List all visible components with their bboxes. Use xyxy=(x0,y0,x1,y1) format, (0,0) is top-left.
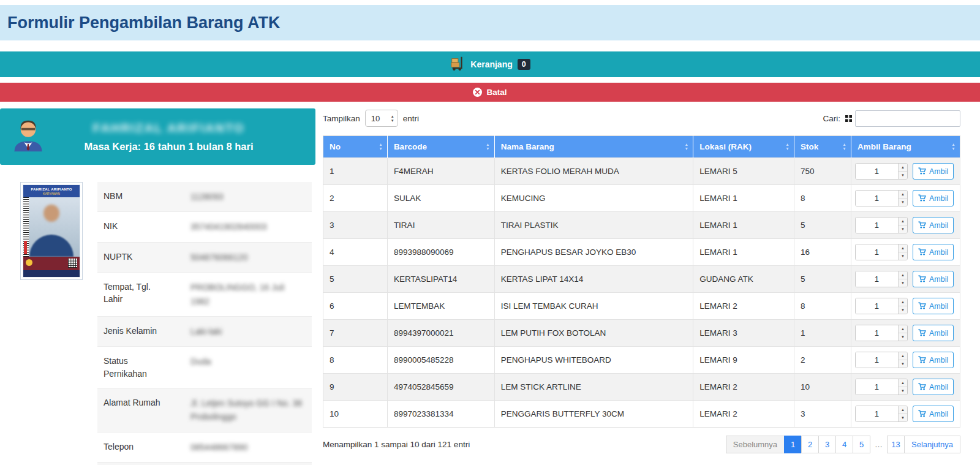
stepper-arrows[interactable]: ▲▼ xyxy=(898,379,907,395)
quantity-input[interactable] xyxy=(856,191,898,206)
cart-icon xyxy=(918,167,926,175)
sort-arrows-icon: ▲▼ xyxy=(786,143,790,151)
table-row: 3 TIRAI TIRAI PLASTIK LEMARI 1 5 ▲▼ xyxy=(323,212,960,239)
field-value: Jl. Letjen Sutoyo GG I No. 38 Probolingg… xyxy=(170,396,306,424)
ambil-button[interactable]: Ambil xyxy=(913,244,954,260)
column-header-stok[interactable]: Stok ▲▼ xyxy=(794,136,851,158)
stepper-arrows[interactable]: ▲▼ xyxy=(898,406,907,422)
quantity-stepper[interactable]: ▲▼ xyxy=(855,271,908,287)
cell-stok: 1 xyxy=(794,320,851,347)
stepper-arrows[interactable]: ▲▼ xyxy=(898,191,907,206)
ambil-button[interactable]: Ambil xyxy=(913,217,954,233)
quantity-input[interactable] xyxy=(856,217,898,233)
pagination-page[interactable]: … xyxy=(870,436,888,453)
cell-barcode: KERTASLIPAT14 xyxy=(387,266,494,293)
pagination-page[interactable]: 1 xyxy=(784,436,802,453)
column-label: Stok xyxy=(801,142,818,151)
cell-lokasi: LEMARI 1 xyxy=(693,185,794,212)
quantity-stepper[interactable]: ▲▼ xyxy=(855,298,908,314)
field-label: Alamat Rumah xyxy=(104,396,170,424)
cart-icon xyxy=(918,194,926,202)
stepper-arrows[interactable]: ▲▼ xyxy=(898,164,907,179)
profile-field-row: Pendidikan S1/D4 xyxy=(97,463,312,465)
column-header-no[interactable]: No ▲▼ xyxy=(323,136,388,158)
stepper-arrows[interactable]: ▲▼ xyxy=(898,298,907,314)
ambil-button[interactable]: Ambil xyxy=(913,271,954,287)
cart-icon xyxy=(918,248,926,256)
stepper-arrows[interactable]: ▲▼ xyxy=(898,217,907,233)
search-label: Cari: xyxy=(823,114,840,123)
column-header-ambil-barang[interactable]: Ambil Barang ▲▼ xyxy=(851,136,960,158)
column-header-barcode[interactable]: Barcode ▲▼ xyxy=(387,136,494,158)
stepper-arrows[interactable]: ▲▼ xyxy=(898,244,907,260)
column-header-lokasi[interactable]: Lokasi (RAK) ▲▼ xyxy=(693,136,794,158)
field-label: NIK xyxy=(104,220,170,233)
cell-barcode: LEMTEMBAK xyxy=(387,293,494,320)
sort-arrows-icon: ▲▼ xyxy=(843,143,846,151)
field-value: 085448667890 xyxy=(170,440,306,454)
cell-ambil-barang: ▲▼ xyxy=(851,158,960,185)
cart-bar-button[interactable]: Keranjang 0 xyxy=(0,51,980,77)
field-label: Tempat, Tgl. Lahir xyxy=(104,281,170,308)
quantity-stepper[interactable]: ▲▼ xyxy=(855,379,908,395)
quantity-stepper[interactable]: ▲▼ xyxy=(855,406,908,422)
sort-arrows-icon: ▲▼ xyxy=(486,143,489,151)
cancel-bar-button[interactable]: Batal xyxy=(0,83,980,102)
pagination-page[interactable]: 4 xyxy=(835,436,853,453)
profile-card-header: FAHRIZAL ARIFIANTO Masa Kerja: 16 tahun … xyxy=(0,108,315,165)
search-input[interactable] xyxy=(855,110,960,127)
column-header-nama-barang[interactable]: Nama Barang ▲▼ xyxy=(494,136,693,158)
pagination-page[interactable]: 2 xyxy=(801,436,819,453)
quantity-input[interactable] xyxy=(856,379,898,395)
cell-stok: 750 xyxy=(794,158,851,185)
cart-count-badge: 0 xyxy=(518,59,530,70)
cell-stok: 10 xyxy=(794,374,851,401)
pagination-page[interactable]: 13 xyxy=(887,436,905,453)
id-card-photo xyxy=(23,197,80,257)
cart-icon xyxy=(918,275,926,283)
stepper-arrows[interactable]: ▲▼ xyxy=(898,271,907,287)
ambil-button[interactable]: Ambil xyxy=(913,298,954,314)
field-value: 504876066120 xyxy=(170,251,306,264)
cell-nama-barang: LEM STICK ARTLINE xyxy=(494,374,693,401)
quantity-input[interactable] xyxy=(856,325,898,341)
ambil-button[interactable]: Ambil xyxy=(913,406,954,422)
cell-nama-barang: KEMUCING xyxy=(494,185,693,212)
quantity-stepper[interactable]: ▲▼ xyxy=(855,325,908,341)
cell-nama-barang: PENGHAPUS WHITEBOARD xyxy=(494,347,693,374)
cell-ambil-barang: ▲▼ xyxy=(851,320,960,347)
ambil-button-label: Ambil xyxy=(929,329,948,338)
quantity-input[interactable] xyxy=(856,352,898,368)
quantity-input[interactable] xyxy=(856,298,898,314)
quantity-input[interactable] xyxy=(856,164,898,179)
profile-panel: FAHRIZAL ARIFIANTO Masa Kerja: 16 tahun … xyxy=(0,108,315,465)
pagination-page[interactable]: 5 xyxy=(853,436,870,453)
table-row: 8 8990005485228 PENGHAPUS WHITEBOARD LEM… xyxy=(323,347,960,374)
quantity-stepper[interactable]: ▲▼ xyxy=(855,244,908,260)
pagination-page[interactable]: 3 xyxy=(818,436,836,453)
pagination-next[interactable]: Selanjutnya xyxy=(904,436,960,453)
chevron-updown-icon: ▲▼ xyxy=(391,115,394,123)
cell-no: 2 xyxy=(323,185,388,212)
quantity-stepper[interactable]: ▲▼ xyxy=(855,190,908,206)
table-row: 4 8993988090069 PENGHAPUS BESAR JOYKO EB… xyxy=(323,239,960,266)
ambil-button[interactable]: Ambil xyxy=(913,190,954,206)
field-label: NBM xyxy=(104,190,170,203)
quantity-stepper[interactable]: ▲▼ xyxy=(855,163,908,180)
id-card-role: KARYAWAN xyxy=(24,192,78,195)
entries-select[interactable]: 10 ▲▼ xyxy=(365,110,398,127)
ambil-button[interactable]: Ambil xyxy=(913,163,954,180)
cell-barcode: 4974052845659 xyxy=(387,374,494,401)
stepper-arrows[interactable]: ▲▼ xyxy=(898,325,907,341)
quantity-stepper[interactable]: ▲▼ xyxy=(855,217,908,233)
quantity-input[interactable] xyxy=(856,271,898,287)
stepper-arrows[interactable]: ▲▼ xyxy=(898,352,907,368)
quantity-input[interactable] xyxy=(856,244,898,260)
ambil-button[interactable]: Ambil xyxy=(913,352,954,368)
ambil-button[interactable]: Ambil xyxy=(913,379,954,395)
quantity-stepper[interactable]: ▲▼ xyxy=(855,352,908,368)
cell-lokasi: LEMARI 1 xyxy=(693,212,794,239)
ambil-button[interactable]: Ambil xyxy=(913,325,954,341)
pagination-previous[interactable]: Sebelumnya xyxy=(726,436,785,453)
quantity-input[interactable] xyxy=(856,406,898,422)
